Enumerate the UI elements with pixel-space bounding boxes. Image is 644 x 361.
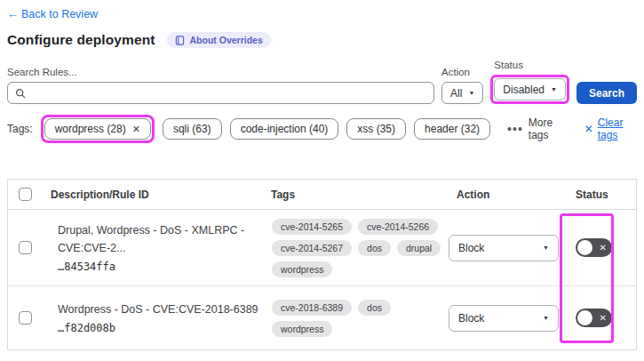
- toggle-off-icon: ✕: [600, 244, 607, 253]
- tag-pill: dos: [358, 240, 391, 256]
- chevron-down-icon: ▼: [543, 245, 549, 251]
- tag-pill: wordpress: [272, 321, 332, 337]
- tag-pill: cve-2018-6389: [272, 300, 352, 316]
- status-toggle[interactable]: ✕: [576, 238, 612, 257]
- tag-pill: dos: [358, 300, 391, 316]
- search-rules-input[interactable]: [31, 83, 426, 103]
- tag-pill: wordpress: [272, 261, 332, 277]
- action-filter-label: Action: [441, 67, 483, 77]
- more-tags-label: More tags: [529, 116, 566, 141]
- status-filter-value: Disabled: [503, 84, 545, 96]
- rule-tags: cve-2014-5265 cve-2014-5266 cve-2014-526…: [271, 212, 449, 285]
- clear-tags-label: Clear tags: [598, 116, 637, 141]
- toggle-knob: [577, 310, 592, 325]
- selected-tag-highlight: wordpress (28) ✕: [41, 115, 155, 143]
- rule-description: Wordpress - DoS - CVE:CVE-2018-6389: [58, 301, 260, 318]
- table-row: Wordpress - DoS - CVE:CVE-2018-6389 …f82…: [8, 286, 636, 349]
- clear-tags-button[interactable]: ✕ Clear tags: [584, 116, 637, 141]
- title-row: Configure deployment About Overrides: [7, 32, 637, 48]
- chevron-down-icon: ▼: [551, 86, 557, 92]
- book-icon: [175, 36, 185, 45]
- tag-pill: cve-2014-5267: [272, 240, 352, 256]
- select-all-checkbox[interactable]: [19, 188, 32, 201]
- rule-description: Drupal, Wordpress - DoS - XMLRPC - CVE:C…: [58, 222, 260, 257]
- tag-pill: drupal: [397, 240, 441, 256]
- action-select-value: Block: [458, 242, 484, 254]
- search-input-box[interactable]: [7, 82, 434, 104]
- close-icon: ✕: [584, 123, 593, 135]
- tags-label: Tags:: [7, 123, 33, 135]
- filters-bar: Search Rules... Action All ▼ Status Disa…: [7, 60, 637, 104]
- column-header-description: Description/Rule ID: [51, 189, 271, 201]
- column-header-status: Status: [564, 189, 636, 201]
- configure-deployment-page: ← Back to Review Configure deployment Ab…: [0, 0, 644, 361]
- remove-tag-icon[interactable]: ✕: [132, 124, 140, 135]
- toggle-knob: [577, 240, 592, 255]
- toggle-off-icon: ✕: [600, 314, 607, 323]
- tag-chip-label: wordpress (28): [55, 123, 126, 135]
- tag-chip-xss[interactable]: xss (35): [346, 118, 406, 140]
- tags-bar: Tags: wordpress (28) ✕ sqli (63) code-in…: [7, 115, 637, 143]
- status-filter-highlight: Disabled ▼: [490, 75, 569, 104]
- chevron-down-icon: ▼: [468, 90, 474, 96]
- search-button[interactable]: Search: [576, 82, 637, 104]
- search-icon: [15, 88, 26, 99]
- row-checkbox[interactable]: [19, 241, 32, 254]
- tag-pill: cve-2014-5266: [358, 219, 438, 235]
- tag-chip-wordpress[interactable]: wordpress (28) ✕: [44, 118, 151, 140]
- rule-id: …f82d008b: [58, 322, 260, 334]
- action-select-value: Block: [458, 312, 484, 325]
- more-tags-button[interactable]: ••• More tags: [507, 116, 566, 141]
- tag-chip-sqli[interactable]: sqli (63): [163, 118, 222, 140]
- tag-chip-label: sqli (63): [173, 123, 211, 135]
- tag-pill: cve-2014-5265: [272, 219, 352, 235]
- action-filter-value: All: [450, 87, 462, 100]
- status-filter-dropdown[interactable]: Disabled ▼: [494, 78, 566, 100]
- table-row: Drupal, Wordpress - DoS - XMLRPC - CVE:C…: [8, 210, 636, 286]
- tag-chip-label: header (32): [425, 123, 480, 135]
- rule-tags: cve-2018-6389 dos wordpress: [271, 293, 449, 344]
- column-header-tags: Tags: [271, 189, 449, 201]
- page-title: Configure deployment: [7, 32, 155, 48]
- action-filter-dropdown[interactable]: All ▼: [441, 82, 483, 104]
- tag-chip-label: code-injection (40): [241, 123, 329, 135]
- rules-table: Description/Rule ID Tags Action Status D…: [7, 179, 637, 350]
- ellipsis-icon: •••: [507, 122, 523, 136]
- about-overrides-label: About Overrides: [189, 35, 262, 45]
- action-select[interactable]: Block ▼: [449, 235, 559, 261]
- tag-chip-label: xss (35): [357, 123, 395, 135]
- about-overrides-badge[interactable]: About Overrides: [167, 32, 270, 48]
- chevron-down-icon: ▼: [543, 315, 549, 321]
- tag-chip-code-injection[interactable]: code-injection (40): [230, 118, 339, 140]
- action-select[interactable]: Block ▼: [449, 305, 559, 332]
- status-toggle[interactable]: ✕: [576, 309, 612, 327]
- column-header-action: Action: [449, 189, 564, 201]
- status-filter-label: Status: [494, 60, 569, 70]
- search-rules-label: Search Rules...: [7, 67, 434, 77]
- tag-chip-header[interactable]: header (32): [414, 118, 490, 140]
- row-checkbox[interactable]: [19, 311, 32, 325]
- table-header-row: Description/Rule ID Tags Action Status: [8, 180, 636, 210]
- back-to-review-link[interactable]: ← Back to Review: [7, 8, 98, 20]
- rule-id: …84534ffa: [58, 261, 260, 273]
